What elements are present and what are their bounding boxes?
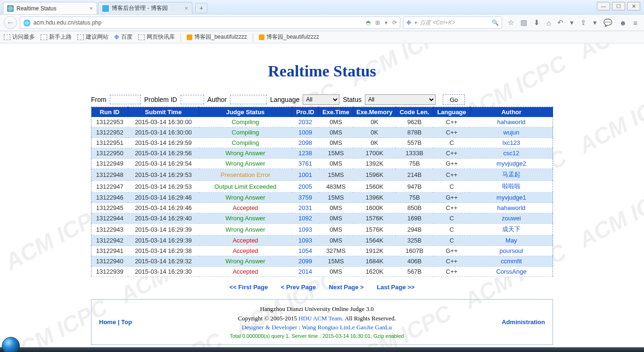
cell-problem-id[interactable]: 1054 (292, 246, 319, 256)
window-maximize-button[interactable]: ☐ (612, 2, 625, 10)
footer-team-link[interactable]: HDU ACM Team (298, 315, 342, 322)
window-close-button[interactable]: ✕ (627, 2, 640, 10)
cell-problem-id[interactable]: 2031 (292, 203, 319, 213)
start-button[interactable] (2, 337, 20, 352)
from-input[interactable] (110, 95, 141, 104)
cell-problem-id[interactable]: 2098 (292, 138, 319, 148)
cell-problem-id[interactable]: 3761 (292, 159, 319, 169)
bookmark-star-icon[interactable]: ☆ (508, 18, 514, 27)
cell-problem-id[interactable]: 1238 (292, 148, 319, 159)
share-icon[interactable]: ⇪ (580, 18, 586, 27)
cell-problem-id[interactable]: 1093 (292, 224, 319, 235)
cell-author[interactable]: hahaworld (470, 117, 553, 127)
bookmark-web-snippets[interactable]: 网页快讯库 (138, 33, 175, 41)
cell-author[interactable]: CorssAnge (470, 267, 553, 277)
cell-author[interactable]: 成天下 (470, 224, 553, 235)
menu-icon[interactable]: ≡ (633, 19, 637, 27)
cell-author[interactable]: myvjudge1 (470, 193, 553, 203)
table-header-row: Run ID Submit Time Judge Status Pro.ID E… (91, 107, 553, 117)
readlist-icon[interactable]: ▤ (520, 18, 527, 27)
cell-author[interactable]: zouwei (470, 213, 553, 224)
taskbar[interactable] (0, 347, 644, 352)
footer-home-link[interactable]: Home | Top (99, 318, 132, 326)
back-button[interactable]: ← (4, 16, 17, 29)
tab-cnblogs-admin[interactable]: 博客后台管理 - 博客园 × (98, 2, 192, 14)
bookmark-most-visited[interactable]: 访问最多 (4, 33, 35, 41)
cell-judge-status: Accepted (199, 246, 292, 256)
cell-judge-status: Wrong Answer (199, 193, 292, 203)
bookmark-suggested[interactable]: 建议网站 (77, 33, 108, 41)
prev-page-link[interactable]: < Prev Page (281, 284, 316, 291)
cell-exe-time: 15MS (319, 148, 354, 159)
cell-author[interactable]: May (470, 235, 553, 246)
cell-problem-id[interactable]: 1009 (292, 127, 319, 138)
table-row: 131229532015-03-14 16:30:00Compiling2032… (91, 117, 553, 127)
chat-icon[interactable]: 💬 (603, 18, 612, 27)
cell-problem-id[interactable]: 2014 (292, 267, 319, 277)
cell-author[interactable]: myvjudge2 (470, 159, 553, 169)
bookmark-getting-started[interactable]: 新手上路 (41, 33, 72, 41)
cell-exe-time: 0MS (319, 267, 354, 277)
cell-author[interactable]: lxc123 (470, 138, 553, 148)
downloads-icon[interactable]: ⬇ (534, 18, 540, 27)
close-icon[interactable]: × (89, 5, 93, 12)
cell-submit-time: 2015-03-14 16:29:30 (128, 267, 199, 277)
cell-problem-id[interactable]: 1092 (292, 213, 319, 224)
home-icon[interactable]: ⌂ (546, 19, 551, 27)
bookmark-cnblogs-1[interactable]: 博客园_beautifulzzzz (187, 33, 247, 41)
author-input[interactable] (230, 95, 267, 104)
cell-problem-id[interactable]: 2099 (292, 256, 319, 267)
footer-designer-names: Wang Rongtao LinLe GaoJie GanLu (302, 324, 392, 331)
footer-admin-link[interactable]: Administration (502, 318, 545, 326)
next-page-link[interactable]: Next Page > (329, 284, 364, 291)
folder-icon (138, 34, 145, 40)
cell-exe-memory: 1600K (354, 203, 396, 213)
language-select[interactable]: All (303, 94, 339, 105)
cell-exe-memory: 1684K (354, 256, 396, 267)
first-page-link[interactable]: << First Page (230, 284, 268, 291)
cell-author[interactable]: wujun (470, 127, 553, 138)
cell-code-len: 169B (396, 213, 433, 224)
last-page-link[interactable]: Last Page >> (377, 284, 414, 291)
cell-author[interactable]: 啦啦啦 (470, 181, 553, 193)
cell-author[interactable]: poursoul (470, 246, 553, 256)
cell-code-len: 557B (396, 138, 433, 148)
reload-button[interactable]: ⟳ (392, 19, 397, 26)
chevron-down-icon[interactable]: ▾ (570, 18, 574, 27)
cell-author[interactable]: ccmmfit (470, 256, 553, 267)
cell-language: C++ (433, 267, 470, 277)
dropdown-icon[interactable]: ▾ (385, 19, 388, 26)
cell-language: C (433, 224, 470, 235)
cell-submit-time: 2015-03-14 16:29:56 (128, 148, 199, 159)
cell-submit-time: 2015-03-14 16:29:46 (128, 203, 199, 213)
cell-runid: 13122946 (91, 193, 128, 203)
bookmark-cnblogs-2[interactable]: 博客园_beautifulzzzz (259, 33, 319, 41)
cell-problem-id[interactable]: 1093 (292, 235, 319, 246)
problemid-input[interactable] (181, 95, 204, 104)
shield-icon[interactable]: ◓ (366, 19, 371, 26)
cell-author[interactable]: 马孟起 (470, 169, 553, 181)
cell-author[interactable]: csc12 (470, 148, 553, 159)
new-tab-button[interactable]: + (195, 3, 207, 13)
undo-icon[interactable]: ↶ (557, 18, 563, 27)
tab-realtime-status[interactable]: Realtime Status × (3, 2, 97, 14)
cell-author[interactable]: hahaworld (470, 203, 553, 213)
window-minimize-button[interactable]: — (597, 2, 610, 10)
chevron-down-icon[interactable]: ▾ (593, 18, 597, 27)
search-icon[interactable]: 🔍 (492, 19, 499, 26)
cell-language: C++ (433, 127, 470, 138)
go-button[interactable]: Go (443, 94, 465, 105)
cell-problem-id[interactable]: 3759 (292, 193, 319, 203)
table-row: 131229402015-03-14 16:29:32Wrong Answer2… (91, 256, 553, 267)
cell-problem-id[interactable]: 1001 (292, 169, 319, 181)
search-box[interactable]: ❉ ▾ 百度 <Ctrl+K> 🔍 (403, 17, 502, 29)
bookmark-baidu[interactable]: ❉百度 (114, 33, 132, 41)
url-bar[interactable]: 🌐 acm.hdu.edu.cn/status.php ◓ ⊞ ▾ ⟳ (20, 17, 400, 29)
cell-judge-status: Accepted (199, 203, 292, 213)
cell-problem-id[interactable]: 2005 (292, 181, 319, 193)
feedback-icon[interactable]: ☻ (619, 19, 627, 27)
close-icon[interactable]: × (184, 5, 188, 12)
grid-icon[interactable]: ⊞ (375, 19, 380, 26)
status-select[interactable]: All (365, 94, 436, 105)
cell-problem-id[interactable]: 2032 (292, 117, 319, 127)
